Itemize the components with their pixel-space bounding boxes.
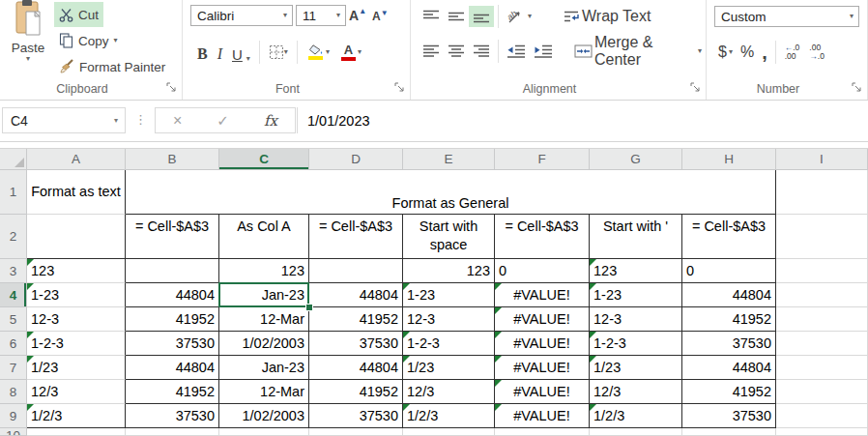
number-format-combobox[interactable]: Custom ▾ — [714, 6, 859, 27]
row-header-7[interactable]: 7 — [0, 356, 27, 380]
borders-dropdown-arrow[interactable]: ▾ — [284, 48, 288, 56]
bold-button[interactable]: B — [192, 42, 213, 63]
cell-C7[interactable]: Jan-23 — [219, 356, 309, 380]
alignment-dialog-launcher-icon[interactable] — [690, 82, 702, 94]
cell-I4[interactable] — [776, 283, 868, 307]
cell-H2[interactable]: = Cell-$A$3 — [682, 215, 776, 259]
cell-D4[interactable]: 44804 — [309, 283, 403, 307]
cell-F5[interactable]: #VALUE! — [495, 307, 590, 332]
cell-H5[interactable]: 41952 — [682, 307, 776, 332]
enter-check-icon[interactable]: ✓ — [217, 112, 229, 130]
cell-F7[interactable]: #VALUE! — [495, 356, 590, 380]
accounting-dropdown-arrow[interactable]: ▾ — [729, 48, 733, 56]
name-box-dropdown-arrow[interactable]: ▾ — [107, 117, 125, 125]
underline-dropdown-arrow[interactable]: ▾ — [246, 55, 250, 63]
cell-A9[interactable]: 1/2/3 — [27, 404, 126, 428]
cell-B3[interactable] — [126, 259, 219, 283]
merge-center-dropdown-arrow[interactable]: ▾ — [698, 47, 702, 55]
cancel-icon[interactable]: × — [173, 112, 182, 130]
format-painter-button[interactable]: Format Painter — [54, 54, 170, 79]
orientation-button[interactable]: ab ▾ — [503, 6, 535, 28]
cell-B1-H1-merged[interactable]: Format as General — [126, 170, 776, 215]
cell-I5[interactable] — [776, 307, 868, 332]
cell-D8[interactable]: 41952 — [309, 380, 403, 404]
borders-button[interactable]: ▾ — [264, 42, 293, 63]
formula-input[interactable]: 1/01/2023 — [297, 107, 868, 133]
comma-style-button[interactable]: , — [758, 44, 771, 60]
column-header-D[interactable]: D — [309, 149, 403, 170]
cell-F2[interactable]: = Cell-$A$3 — [495, 215, 590, 259]
cell-E5[interactable]: 12-3 — [403, 307, 495, 332]
middle-align-button[interactable] — [444, 6, 469, 27]
merge-center-button[interactable]: Merge & Center ▾ — [570, 31, 706, 72]
row-header-2[interactable]: 2 — [0, 215, 27, 259]
italic-button[interactable]: I — [213, 42, 227, 63]
cell-C5[interactable]: 12-Mar — [219, 307, 309, 332]
cell-E2[interactable]: Start with space — [403, 215, 495, 259]
orientation-dropdown-arrow[interactable]: ▾ — [528, 13, 532, 20]
row-header-5[interactable]: 5 — [0, 307, 27, 332]
increase-font-size-button[interactable]: A▲ — [346, 8, 369, 23]
cell-D3[interactable] — [309, 259, 403, 283]
cell-A4[interactable]: 1-23 — [27, 283, 126, 307]
cell-E10[interactable] — [403, 428, 495, 436]
cell-D2[interactable]: = Cell-$A$3 — [309, 215, 403, 259]
cell-C6[interactable]: 1/02/2003 — [219, 332, 309, 356]
cell-B7[interactable]: 44804 — [126, 356, 219, 380]
column-header-C[interactable]: C — [219, 149, 309, 170]
cell-B5[interactable]: 41952 — [126, 307, 219, 332]
cell-I8[interactable] — [776, 380, 868, 404]
row-header-4[interactable]: 4 — [0, 283, 27, 307]
cell-I7[interactable] — [776, 356, 868, 380]
copy-button[interactable]: Copy ▾ — [54, 28, 123, 53]
column-header-H[interactable]: H — [682, 149, 776, 170]
cell-A1[interactable]: Format as text — [27, 170, 126, 215]
row-header-8[interactable]: 8 — [0, 380, 27, 404]
fill-color-dropdown-arrow[interactable]: ▾ — [326, 48, 330, 56]
wrap-text-button[interactable]: Wrap Text — [559, 5, 654, 28]
cell-C3[interactable]: 123 — [219, 259, 309, 283]
cell-C8[interactable]: 12-Mar — [219, 380, 309, 404]
row-header-6[interactable]: 6 — [0, 332, 27, 356]
cell-E6[interactable]: 1-2-3 — [403, 332, 495, 356]
decrease-indent-button[interactable] — [503, 41, 530, 62]
cell-G4[interactable]: 1-23 — [590, 283, 682, 307]
row-header-9[interactable]: 9 — [0, 404, 27, 428]
cell-I1[interactable] — [776, 170, 868, 215]
cell-I6[interactable] — [776, 332, 868, 356]
cell-H6[interactable]: 37530 — [682, 332, 776, 356]
cell-H8[interactable]: 41952 — [682, 380, 776, 404]
cell-A2[interactable] — [27, 215, 126, 259]
cell-D6[interactable]: 37530 — [309, 332, 403, 356]
row-header-1[interactable]: 1 — [0, 170, 27, 215]
cell-G2[interactable]: Start with ' — [590, 215, 682, 259]
cell-C9[interactable]: 1/02/2003 — [219, 404, 309, 428]
cell-I10[interactable] — [776, 428, 868, 436]
cell-E9[interactable]: 1/2/3 — [403, 404, 495, 428]
cell-H4[interactable]: 44804 — [682, 283, 776, 307]
clipboard-dialog-launcher-icon[interactable] — [166, 82, 178, 94]
cell-D10[interactable] — [309, 428, 403, 436]
align-center-button[interactable] — [444, 41, 469, 62]
insert-function-icon[interactable]: fx — [264, 112, 277, 130]
cell-C10[interactable] — [219, 428, 309, 436]
name-box[interactable]: C4 ▾ — [2, 107, 126, 133]
cell-A10[interactable] — [27, 428, 126, 436]
cell-H10[interactable] — [682, 428, 776, 436]
cell-D5[interactable]: 41952 — [309, 307, 403, 332]
column-header-F[interactable]: F — [495, 149, 590, 170]
font-dialog-launcher-icon[interactable] — [394, 82, 406, 94]
cell-I2[interactable] — [776, 215, 868, 259]
fill-color-button[interactable]: ▾ — [302, 42, 334, 63]
align-left-button[interactable] — [419, 41, 444, 62]
font-color-dropdown-arrow[interactable]: ▾ — [358, 48, 362, 56]
increase-decimal-button[interactable]: ←.0.00 — [780, 44, 805, 61]
cell-B6[interactable]: 37530 — [126, 332, 219, 356]
cell-G3[interactable]: 123 — [590, 259, 682, 283]
cell-G10[interactable] — [590, 428, 682, 436]
cell-B2[interactable]: = Cell-$A$3 — [126, 215, 219, 259]
cell-F3[interactable]: 0 — [495, 259, 590, 283]
cell-D9[interactable]: 37530 — [309, 404, 403, 428]
cell-F9[interactable]: #VALUE! — [495, 404, 590, 428]
cell-A6[interactable]: 1-2-3 — [27, 332, 126, 356]
